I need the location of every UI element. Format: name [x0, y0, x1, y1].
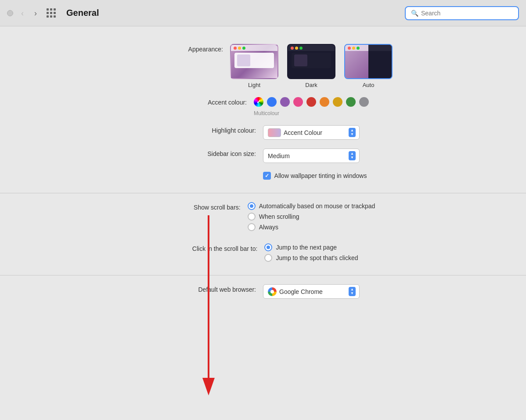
appearance-thumb-light	[230, 44, 278, 79]
scroll-always-label: Always	[259, 224, 278, 231]
browser-select-arrows: ▲ ▼	[349, 287, 356, 296]
down-arrow-icon2: ▼	[350, 156, 354, 159]
sidebar-size-arrows: ▲ ▼	[349, 151, 356, 160]
accent-sublabel: Multicolour	[254, 110, 369, 116]
checkmark-icon: ✓	[265, 173, 269, 178]
appearance-options: Light	[230, 44, 393, 88]
wallpaper-tinting-label: Allow wallpaper tinting in windows	[274, 172, 367, 179]
section-divider-2	[0, 275, 526, 275]
highlight-colour-value: Accent Colour	[284, 129, 322, 136]
click-spot-label: Jump to the spot that's clicked	[276, 254, 358, 261]
section-divider	[0, 193, 526, 193]
appearance-label: Appearance:	[133, 44, 230, 53]
sidebar-icon-size-label: Sidebar icon size:	[166, 148, 263, 157]
search-box[interactable]: 🔍	[405, 6, 519, 20]
sidebar-icon-size-row: Sidebar icon size: Medium ▲ ▼	[166, 148, 360, 163]
click-scroll-bar-options: Jump to the next page Jump to the spot t…	[264, 243, 358, 262]
appearance-thumb-auto	[344, 44, 393, 79]
click-scroll-bar-label: Click in the scroll bar to:	[168, 243, 264, 252]
main-content: Appearance:	[0, 26, 526, 316]
scroll-scrolling-option[interactable]: When scrolling	[248, 213, 375, 221]
show-scroll-bars-row: Show scroll bars: Automatically based on…	[151, 202, 375, 231]
up-arrow-icon2: ▲	[350, 152, 354, 156]
accent-dot-purple[interactable]	[280, 97, 290, 107]
search-icon: 🔍	[411, 10, 418, 17]
accent-dot-red[interactable]	[306, 97, 316, 107]
appearance-thumb-dark	[287, 44, 335, 79]
highlight-colour-arrows: ▲ ▼	[349, 128, 356, 137]
scroll-scrolling-label: When scrolling	[259, 213, 299, 220]
show-scroll-bars-label: Show scroll bars:	[151, 202, 248, 211]
grid-view-button[interactable]	[45, 7, 58, 19]
click-next-page-label: Jump to the next page	[276, 244, 337, 251]
back-button[interactable]: ‹	[18, 7, 26, 19]
appearance-option-auto[interactable]: Auto	[344, 44, 393, 88]
click-spot-radio[interactable]	[264, 254, 272, 262]
click-next-page-radio[interactable]	[264, 243, 272, 251]
accent-colour-row: Accent colour:	[157, 97, 369, 116]
accent-dot-blue[interactable]	[267, 97, 277, 107]
click-next-page-option[interactable]: Jump to the next page	[264, 243, 358, 251]
highlight-colour-select[interactable]: Accent Colour ▲ ▼	[263, 125, 360, 140]
page-title: General	[66, 8, 400, 18]
wallpaper-tinting-row: ✓ Allow wallpaper tinting in windows	[263, 172, 367, 180]
scroll-scrolling-radio[interactable]	[248, 213, 256, 221]
default-browser-value: Google Chrome	[279, 288, 323, 295]
accent-color-options	[254, 97, 369, 107]
browser-up-arrow: ▲	[350, 288, 354, 291]
accent-dot-orange[interactable]	[320, 97, 329, 107]
accent-colour-content: Multicolour	[254, 97, 369, 116]
show-scroll-bars-options: Automatically based on mouse or trackpad…	[248, 202, 375, 231]
click-spot-option[interactable]: Jump to the spot that's clicked	[264, 254, 358, 262]
appearance-option-light[interactable]: Light	[230, 44, 278, 88]
accent-dot-yellow[interactable]	[333, 97, 342, 107]
up-arrow-icon: ▲	[350, 129, 354, 132]
sidebar-icon-size-content: Medium ▲ ▼	[263, 148, 360, 163]
forward-button[interactable]: ›	[32, 7, 40, 19]
sidebar-icon-size-value: Medium	[268, 152, 290, 159]
down-arrow-icon: ▼	[350, 133, 354, 136]
scroll-auto-option[interactable]: Automatically based on mouse or trackpad	[248, 202, 375, 210]
appearance-dark-label: Dark	[305, 82, 317, 88]
sidebar-icon-size-select[interactable]: Medium ▲ ▼	[263, 148, 360, 163]
accent-dot-graphite[interactable]	[359, 97, 369, 107]
highlight-colour-content: Accent Colour ▲ ▼	[263, 125, 360, 140]
scroll-always-option[interactable]: Always	[248, 223, 375, 231]
traffic-light-close	[7, 10, 13, 16]
accent-dot-green[interactable]	[346, 97, 356, 107]
wallpaper-tinting-checkbox[interactable]: ✓	[263, 172, 271, 180]
scroll-always-radio[interactable]	[248, 223, 256, 231]
accent-dot-pink[interactable]	[293, 97, 303, 107]
scroll-auto-radio[interactable]	[248, 202, 256, 210]
accent-colour-label: Accent colour:	[157, 97, 254, 106]
appearance-light-label: Light	[248, 82, 260, 88]
search-input[interactable]	[421, 10, 513, 17]
browser-down-arrow: ▼	[350, 292, 354, 295]
accent-dot-multicolor[interactable]	[254, 97, 263, 107]
toolbar: ‹ › General 🔍	[0, 0, 526, 26]
highlight-swatch	[268, 128, 281, 137]
appearance-row: Appearance:	[133, 44, 393, 88]
default-browser-content: Google Chrome ▲ ▼	[263, 284, 360, 299]
default-browser-select[interactable]: Google Chrome ▲ ▼	[263, 284, 360, 299]
default-browser-row: Default web browser: Google Chrome ▲ ▼	[166, 284, 360, 299]
default-browser-label: Default web browser:	[166, 284, 263, 293]
highlight-colour-row: Highlight colour: Accent Colour ▲ ▼	[166, 125, 360, 140]
click-scroll-bar-row: Click in the scroll bar to: Jump to the …	[168, 243, 358, 262]
scroll-auto-label: Automatically based on mouse or trackpad	[259, 203, 375, 210]
appearance-option-dark[interactable]: Dark	[287, 44, 335, 88]
appearance-auto-label: Auto	[363, 82, 375, 88]
highlight-colour-label: Highlight colour:	[166, 125, 263, 134]
chrome-icon	[268, 287, 277, 296]
